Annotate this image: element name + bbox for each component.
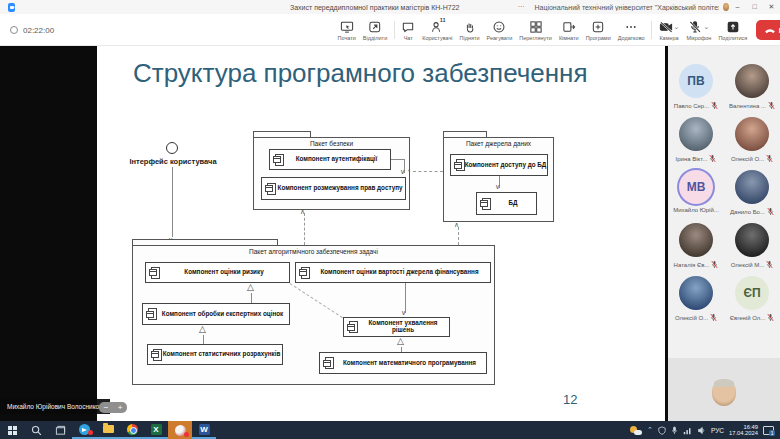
more-button[interactable]: Додатково <box>614 15 648 45</box>
component-icon <box>148 308 157 320</box>
chevron-down-icon[interactable]: ⌄ <box>703 24 709 30</box>
mic-muted-icon <box>768 101 775 110</box>
raise-hand-button[interactable]: Підняти <box>456 15 483 45</box>
view-button[interactable]: Переглянути <box>516 15 556 45</box>
zoom-window: Захист переддипломної практики магістрів… <box>0 0 780 439</box>
package-label: Пакет алгоритмічного забезпечення задачі <box>133 248 494 255</box>
speaker-video-tile[interactable] <box>668 358 780 421</box>
zoom-control[interactable]: − + <box>99 402 127 413</box>
participants-sidebar: ПВ Павло Сер... Валентина ... Ірина Вікт… <box>668 46 780 421</box>
generalization-arrow: △ <box>199 325 206 334</box>
participant-tile[interactable]: Олексій О... <box>668 272 724 325</box>
grid-view-icon <box>529 20 543 34</box>
zoom-in-button[interactable]: + <box>118 403 123 413</box>
start-button[interactable]: Почати <box>334 15 359 45</box>
shield-icon[interactable] <box>658 426 666 435</box>
avatar <box>679 117 713 151</box>
network-icon[interactable] <box>683 426 692 435</box>
arrow-up: ∧ <box>300 208 305 215</box>
microphone-button[interactable]: ⌄ Мікрофон <box>683 15 715 45</box>
folder-icon <box>103 425 114 433</box>
detach-button[interactable]: Відділити <box>359 15 390 45</box>
component-icon <box>349 321 358 333</box>
participant-tile[interactable]: МВ Михайло Юрій... <box>668 166 724 219</box>
chevron-down-icon[interactable]: ⌄ <box>674 24 680 30</box>
notification-dot <box>184 432 189 437</box>
participant-tile[interactable]: Наталія Єв... <box>668 219 724 272</box>
taskbar-app-active[interactable] <box>168 421 192 439</box>
window-maximize-button[interactable]: □ <box>746 0 763 14</box>
dependency-line <box>458 227 459 245</box>
connector-line <box>391 159 404 160</box>
participant-tile[interactable]: Олексій М... <box>724 219 780 272</box>
taskbar-app-word[interactable]: W <box>192 421 216 439</box>
zoom-out-button[interactable]: − <box>104 403 109 413</box>
interface-label: Інтерфейс користувача <box>105 157 241 166</box>
component-icon <box>153 349 162 361</box>
toolbar-separator <box>651 21 652 39</box>
start-button[interactable] <box>0 421 24 439</box>
taskbar-app-excel[interactable]: X <box>144 421 168 439</box>
action-center-icon[interactable]: 1 <box>763 426 774 435</box>
screen-share-icon <box>340 20 354 34</box>
taskbar-app-chrome[interactable] <box>120 421 144 439</box>
arrow-down: ∨ <box>495 183 500 190</box>
share-screen-button[interactable]: Поділитися <box>715 15 751 45</box>
window-minimize-button[interactable]: – <box>729 0 746 14</box>
participant-name: Олексій М... <box>731 262 764 268</box>
window-close-button[interactable]: ✕ <box>763 0 780 14</box>
word-icon: W <box>199 424 210 435</box>
component-box: Компонент математичного програмування <box>319 352 487 374</box>
chat-button[interactable]: Чат <box>398 15 419 45</box>
taskbar-app-explorer[interactable] <box>96 421 120 439</box>
react-button[interactable]: Реагувати <box>483 15 516 45</box>
account-name: Національний технічний університет "Харк… <box>534 4 718 11</box>
volume-icon[interactable] <box>697 426 706 435</box>
component-icon <box>301 267 310 279</box>
participant-tile[interactable]: Валентина ... <box>724 60 780 113</box>
participant-tile[interactable]: Данило Бо... <box>724 166 780 219</box>
tray-expand-chevron[interactable]: ⌃ <box>647 426 653 434</box>
participants-button[interactable]: 11 Користувачі <box>419 15 456 45</box>
leave-meeting-button[interactable]: Вийти ⌄ <box>756 20 780 40</box>
tray-mic-icon[interactable] <box>671 426 678 435</box>
component-icon <box>267 183 276 195</box>
component-box: Компонент оцінки ризику <box>145 262 290 283</box>
component-box: Компонент аутентифікації <box>269 149 391 170</box>
participant-tile[interactable]: ЄП Євгеній Ол... <box>724 272 780 325</box>
slide-page-number: 12 <box>563 392 577 407</box>
participant-name: Ірина Вікт... <box>676 156 708 162</box>
arrow-up: ∧ <box>454 221 459 228</box>
apps-button[interactable]: Програми <box>582 15 614 45</box>
task-view-button[interactable] <box>48 421 72 439</box>
language-indicator[interactable]: РУС <box>711 427 724 434</box>
component-box: БД <box>476 192 537 215</box>
taskbar-app-telegram[interactable] <box>72 421 96 439</box>
chat-icon <box>401 20 415 34</box>
titlebar-more-button[interactable]: ⋯ <box>517 3 524 11</box>
active-speaker-name: Михайло Юрійович Волосников <box>0 399 110 414</box>
participant-name: Данило Бо... <box>730 209 765 215</box>
participant-name: Михайло Юрій... <box>673 207 719 213</box>
participant-tile[interactable]: ПВ Павло Сер... <box>668 60 724 113</box>
camera-button[interactable]: ⌄ Камера <box>655 15 683 45</box>
participant-name: Валентина ... <box>729 103 766 109</box>
search-icon <box>31 425 42 436</box>
titlebar: Захист переддипломної практики магістрів… <box>0 0 780 14</box>
breakout-rooms-button[interactable]: Кімнати <box>555 15 582 45</box>
participant-tile[interactable]: Ірина Вікт... <box>668 113 724 166</box>
taskbar-clock[interactable]: 16:49 17.04.2024 <box>729 424 758 437</box>
taskbar-search-button[interactable] <box>24 421 48 439</box>
weather-icon[interactable] <box>630 426 642 435</box>
pop-out-icon <box>368 20 382 34</box>
participant-tile[interactable]: Олексій О... <box>724 113 780 166</box>
avatar <box>735 117 769 151</box>
avatar <box>735 223 769 257</box>
mic-muted-icon <box>711 101 718 110</box>
component-icon <box>275 154 284 166</box>
avatar <box>735 64 769 98</box>
component-box: Компонент статистичних розрахунків <box>147 344 283 365</box>
meeting-toolbar: 02:22:00 Почати Відділити Чат 11 Користу… <box>0 14 780 46</box>
mic-muted-icon <box>766 154 773 163</box>
more-icon <box>624 20 638 34</box>
